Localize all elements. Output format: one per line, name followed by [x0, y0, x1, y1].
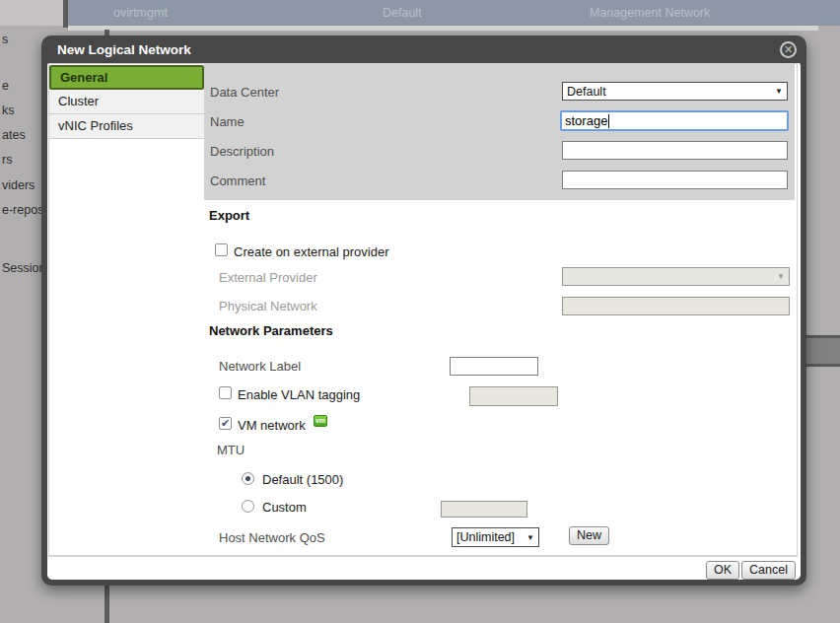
bg-cell-description: Management Network [590, 6, 710, 20]
mtu-default-label[interactable]: Default (1500) [262, 472, 343, 487]
tab-cluster[interactable]: Cluster [49, 90, 204, 114]
sidebar-item-fragment[interactable]: rs [2, 153, 41, 167]
sidebar-item-fragment[interactable]: viders [2, 178, 41, 192]
bg-cell-network-name: ovirtmgmt [113, 6, 168, 20]
external-provider-select: ▼ [562, 267, 790, 286]
mtu-custom-radio[interactable] [242, 500, 254, 513]
sidebar-item-fragment[interactable]: ks [2, 104, 41, 117]
create-on-external-provider-label[interactable]: Create on external provider [234, 244, 389, 259]
sidebar-item-fragment[interactable]: s [2, 33, 41, 46]
data-center-value: Default [567, 85, 606, 99]
dialog-side-tabs: General Cluster vNIC Profiles [49, 65, 204, 139]
dialog-body: General Cluster vNIC Profiles Data Cente… [47, 63, 801, 580]
physical-network-input [562, 297, 790, 315]
comment-input[interactable] [562, 171, 788, 189]
tab-general[interactable]: General [49, 65, 204, 90]
bg-table-row[interactable]: ovirtmgmt Default Management Network [64, 0, 840, 26]
sidebar-item-fragment[interactable]: e-repos [2, 203, 41, 217]
close-icon[interactable]: ✕ [780, 41, 797, 58]
bg-divider-top [63, 0, 68, 28]
chevron-down-icon: ▼ [777, 272, 785, 281]
bg-tree-corner [0, 0, 63, 26]
create-on-external-provider-checkbox[interactable] [215, 243, 228, 256]
vlan-tag-input [469, 386, 558, 406]
description-label: Description [210, 144, 274, 159]
external-provider-label: External Provider [219, 270, 317, 285]
dialog-title-bar[interactable]: New Logical Network ✕ [41, 35, 806, 63]
network-label-label: Network Label [219, 359, 301, 374]
vm-network-label[interactable]: VM network [238, 418, 306, 433]
network-parameters-heading: Network Parameters [209, 323, 333, 338]
sidebar-item-fragment[interactable]: ates [2, 128, 41, 142]
mtu-default-radio[interactable] [242, 472, 254, 485]
name-value: storage [565, 113, 607, 128]
host-network-qos-select[interactable]: [Unlimited] ▼ [452, 527, 539, 547]
name-label: Name [210, 114, 245, 129]
chevron-down-icon: ▼ [526, 533, 534, 542]
host-network-qos-value: [Unlimited] [456, 530, 515, 544]
chevron-down-icon: ▼ [775, 87, 783, 96]
vm-icon: vm [314, 415, 327, 427]
export-section-heading: Export [209, 208, 249, 223]
tab-vnic-profiles[interactable]: vNIC Profiles [49, 114, 204, 139]
ok-button[interactable]: OK [706, 561, 739, 580]
data-center-select[interactable]: Default ▼ [562, 82, 788, 101]
mtu-custom-input [441, 501, 527, 518]
bg-cell-datacenter: Default [383, 6, 422, 20]
host-network-qos-label: Host Network QoS [219, 530, 325, 545]
comment-label: Comment [210, 173, 265, 188]
qos-new-button[interactable]: New [569, 526, 609, 545]
vm-network-checkbox[interactable]: ✔ [219, 417, 232, 430]
mtu-label: MTU [217, 443, 245, 457]
new-logical-network-dialog: New Logical Network ✕ General Cluster vN… [41, 35, 806, 586]
enable-vlan-tagging-checkbox[interactable] [219, 386, 232, 399]
bg-table-next-row [68, 26, 818, 31]
text-cursor [608, 114, 609, 128]
mtu-custom-label[interactable]: Custom [262, 500, 307, 515]
name-input[interactable]: storage [560, 110, 789, 131]
sidebar-item-fragment[interactable]: e [2, 79, 41, 93]
cancel-button[interactable]: Cancel [741, 561, 796, 580]
data-center-label: Data Center [210, 85, 279, 100]
dialog-title: New Logical Network [57, 42, 191, 57]
physical-network-label: Physical Network [219, 299, 317, 313]
enable-vlan-tagging-label[interactable]: Enable VLAN tagging [238, 387, 360, 402]
description-input[interactable] [562, 141, 788, 160]
sidebar-item-fragment[interactable]: Session [2, 261, 41, 275]
footer-separator [48, 556, 798, 557]
network-label-input[interactable] [450, 357, 538, 376]
